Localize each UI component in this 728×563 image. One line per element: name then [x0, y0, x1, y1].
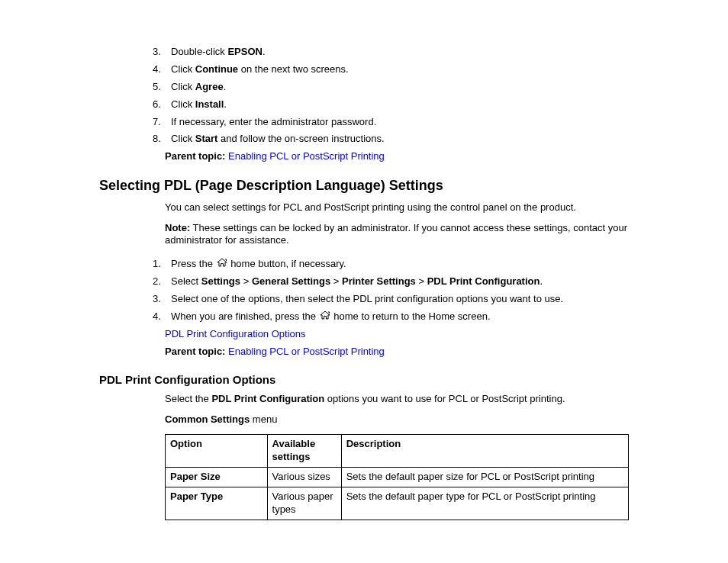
step-8: 8.Click Start and follow the on-screen i…: [153, 133, 629, 146]
table-row: Paper Size Various sizes Sets the defaul…: [166, 467, 629, 487]
step-6: 6.Click Install.: [153, 98, 629, 111]
mid-step-4: 4. When you are finished, press the home…: [153, 310, 629, 323]
parent-topic-1: Parent topic: Enabling PCL or PostScript…: [165, 150, 629, 163]
th-available: Available settings: [267, 435, 341, 468]
table-row: Paper Type Various paper types Sets the …: [166, 487, 629, 520]
heading-selecting-pdl: Selecting PDL (Page Description Language…: [99, 177, 629, 195]
step-4: 4.Click Continue on the next two screens…: [153, 63, 629, 76]
note-block: Note: These settings can be locked by an…: [165, 222, 629, 248]
th-option: Option: [166, 435, 268, 468]
sub-link-row: PDL Print Configuration Options: [165, 328, 629, 341]
common-settings-label: Common Settings menu: [165, 413, 629, 426]
heading-pdl-config-options: PDL Print Configuration Options: [99, 372, 629, 388]
top-steps-list: 3.Double-click EPSON. 4.Click Continue o…: [153, 46, 629, 146]
parent-topic-link-2[interactable]: Enabling PCL or PostScript Printing: [228, 346, 385, 357]
intro-text: You can select settings for PCL and Post…: [165, 201, 629, 214]
home-icon: [320, 310, 330, 323]
home-icon: [217, 258, 227, 271]
parent-topic-2: Parent topic: Enabling PCL or PostScript…: [165, 346, 629, 359]
step-5: 5.Click Agree.: [153, 81, 629, 94]
step-3: 3.Double-click EPSON.: [153, 46, 629, 59]
h3-intro: Select the PDL Print Configuration optio…: [165, 393, 629, 406]
step-7: 7.If necessary, enter the administrator …: [153, 116, 629, 129]
mid-step-2: 2. Select Settings > General Settings > …: [153, 275, 629, 288]
options-table: Option Available settings Description Pa…: [165, 434, 629, 520]
th-description: Description: [341, 435, 628, 468]
mid-step-3: 3. Select one of the options, then selec…: [153, 293, 629, 306]
page-content: 3.Double-click EPSON. 4.Click Continue o…: [99, 46, 629, 563]
parent-topic-link-1[interactable]: Enabling PCL or PostScript Printing: [228, 150, 385, 162]
mid-steps-list: 1. Press the home button, if necessary. …: [153, 258, 629, 323]
table-header-row: Option Available settings Description: [166, 435, 629, 468]
pdl-config-options-link[interactable]: PDL Print Configuration Options: [165, 328, 306, 339]
mid-step-1: 1. Press the home button, if necessary.: [153, 258, 629, 271]
